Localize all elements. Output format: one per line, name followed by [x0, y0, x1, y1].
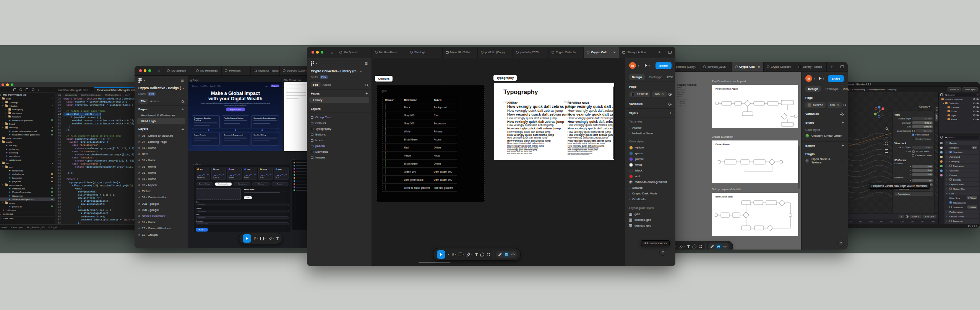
figma-file-tab[interactable]: Crypto Collectiv✕ — [764, 62, 795, 72]
document-title[interactable]: Crypto Collective - Design (C... — [138, 86, 181, 90]
drafts-label[interactable]: Drafts — [138, 93, 146, 95]
sidebar-toggle-icon[interactable]: ▥ — [365, 62, 368, 65]
style-group-item[interactable]: ›Crypto-Dark-Mode — [625, 191, 675, 196]
viewlayer-props-icon[interactable] — [940, 151, 943, 153]
property-panel-row[interactable]: › Raytracing — [945, 164, 979, 168]
visibility-eye-icon[interactable] — [668, 93, 672, 96]
render-visibility-icon[interactable] — [977, 114, 979, 116]
pen-tool[interactable]: ▾ — [466, 252, 472, 256]
tree-item[interactable]: ◆ initial-build-plan.md U — [0, 118, 55, 122]
render-visibility-icon[interactable] — [977, 106, 979, 108]
workspace-tab[interactable]: Geometry Nodes — [868, 88, 885, 91]
frame-caption[interactable]: 08 - Create an — [284, 79, 301, 82]
figma-file-tab[interactable]: portfolio_2026✕ — [700, 62, 732, 72]
tree-item[interactable]: › ◆ 5-prd — [0, 122, 55, 126]
visibility-eye-icon[interactable] — [973, 103, 975, 104]
style-group-item[interactable]: ›Shades — [625, 185, 675, 191]
cursor-location-row[interactable]: Y0 m — [894, 168, 933, 173]
zoom-level[interactable]: 20% — [667, 75, 673, 79]
variables-icon[interactable] — [840, 113, 844, 116]
tree-item[interactable]: ◆ WireframeObject.tsx U — [0, 197, 55, 201]
text-style-item[interactable]: ›Akshar — [625, 125, 675, 131]
pan-hand-icon[interactable] — [885, 134, 888, 137]
tree-item[interactable]: ◆ project.ts U — [0, 205, 55, 208]
login-link[interactable]: Login — [265, 85, 268, 87]
clip-start-field[interactable]: 0.01 m — [912, 121, 933, 124]
layer-item[interactable]: # 01 - Home — [135, 219, 188, 225]
nav-link[interactable]: FAQs — [217, 85, 221, 87]
tab-assets[interactable]: Assets — [150, 100, 159, 103]
colour-row[interactable]: White-to-black-gradient Title-text-gradi… — [383, 184, 457, 192]
layer-item[interactable]: # 02 - Appeal — [135, 182, 188, 188]
layer-item[interactable]: # 09 - Customisation — [135, 194, 188, 201]
feature-card[interactable]: Transparent Donation Tracking — [192, 115, 220, 129]
tab-design[interactable]: Design — [805, 86, 821, 92]
field-input[interactable]: Enter description — [196, 222, 289, 225]
tree-item[interactable]: › ◆ features — [0, 115, 55, 118]
layer-item[interactable]: Colours — [307, 120, 372, 126]
zoom-icon[interactable] — [886, 127, 888, 130]
local-camera-checkbox[interactable] — [912, 130, 915, 132]
outliner-row[interactable]: Scene Collection — [939, 97, 980, 101]
comment-tool[interactable] — [693, 245, 696, 248]
text-style-item[interactable]: ›Helvetica Neue — [625, 131, 675, 136]
tree-item[interactable]: ◆ next.svg — [0, 151, 55, 154]
layer-item[interactable]: pattern — [307, 143, 372, 149]
outline-section[interactable]: ›OUTLINE — [0, 212, 55, 216]
outliner-search[interactable]: Search — [944, 93, 976, 96]
present-icon[interactable] — [819, 77, 822, 80]
property-value-field[interactable]: 64 — [972, 146, 977, 149]
color-style-item[interactable]: White-to-black-gradient — [625, 179, 675, 185]
layer-item[interactable]: # 01 - Home — [135, 145, 188, 151]
lock-icon[interactable] — [885, 149, 888, 153]
search-icon[interactable] — [19, 88, 22, 91]
layer-item[interactable]: # 01 - Home — [135, 170, 188, 176]
text-tool[interactable]: T — [276, 236, 279, 241]
flow-frame-bank-setup[interactable]: Bank Account Setup — [712, 193, 798, 236]
shape-tool[interactable]: ▾ — [260, 237, 266, 240]
layer-item[interactable]: # 01 - Home — [135, 176, 188, 182]
property-panel-row[interactable]: › Grease Pencil — [945, 214, 979, 219]
object-props-icon[interactable] — [940, 165, 943, 167]
typography-section-label[interactable]: Typography — [493, 75, 517, 81]
new-tab-button[interactable]: + — [654, 47, 664, 58]
options-dropdown[interactable]: Options ▾ — [919, 105, 930, 108]
property-panel-row[interactable]: Overscan 3.00% — [945, 205, 979, 209]
tree-item[interactable]: ▾ ◆ docs • — [0, 97, 55, 100]
breadcrumb-item[interactable]: useF — [125, 94, 130, 96]
n-panel-tab[interactable]: View — [935, 113, 938, 121]
canvas-scrollbar[interactable] — [613, 86, 614, 159]
outliner-row[interactable]: › Cube — [939, 109, 980, 114]
colour-row[interactable]: Bright Green Online — [383, 160, 457, 168]
editor-tab[interactable]: Preview react-three-fiber-guide.md — [94, 87, 140, 93]
property-checkbox[interactable] — [949, 188, 952, 190]
tree-item[interactable]: ▾ ◆ components • — [0, 183, 55, 186]
status-item[interactable]: ⊘ 0 △ 0 — [49, 226, 57, 228]
frame-caption[interactable]: Pay Donation to an Appeal — [712, 80, 746, 83]
cursor-header[interactable]: 3D Cursor — [894, 159, 933, 162]
property-panel-row[interactable]: › Volumes — [945, 168, 979, 173]
color-style-item[interactable]: yellow — [625, 145, 675, 150]
figma-file-tab[interactable]: Pixelogic✕ — [407, 47, 442, 58]
tree-item[interactable]: ◆ Scene.tsx U — [0, 194, 55, 197]
visibility-eye-icon[interactable] — [844, 104, 844, 106]
figma-file-tab[interactable]: Library - Action✕ — [795, 62, 827, 72]
draw-mode-icon[interactable] — [498, 253, 502, 256]
actions-tool[interactable] — [487, 253, 490, 256]
figma-file-tab[interactable]: Crypto Coll✕ — [584, 47, 619, 58]
code-icon[interactable]: </> — [723, 245, 727, 248]
explorer-root[interactable]: ▾MO_PORTFOLIO_3D — [0, 93, 55, 97]
text-tool[interactable]: T — [687, 244, 690, 249]
figma-file-tab[interactable]: Pixelogic✕ — [222, 66, 251, 75]
move-tool[interactable] — [437, 250, 445, 259]
close-icon[interactable]: ✕ — [613, 51, 616, 54]
property-panel-row[interactable]: › Clamping — [945, 159, 979, 163]
add-style-button[interactable]: + — [842, 121, 844, 125]
tree-item[interactable]: ◆ layout.tsx M — [0, 176, 55, 179]
close-icon[interactable]: ✕ — [758, 65, 760, 69]
pages-needed-note[interactable]: Pages needed HomeProfile pageEdit Profil… — [677, 83, 696, 107]
layout-style-item[interactable]: grid — [625, 211, 675, 217]
tab-prototype[interactable]: Prototype — [823, 86, 841, 92]
zoom-level[interactable]: 28% — [843, 87, 848, 91]
page-color-chip[interactable]: 626262 — [805, 102, 826, 108]
